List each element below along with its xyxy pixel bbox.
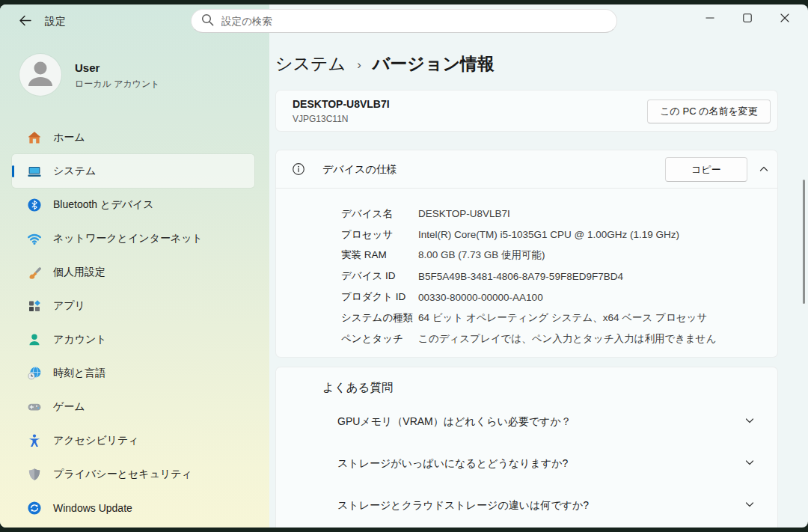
- device-specs-header[interactable]: デバイスの仕様 コピー: [276, 150, 777, 188]
- spec-row-ram: 実装 RAM 8.00 GB (7.73 GB 使用可能): [341, 245, 762, 266]
- sidebar-item-windows-update[interactable]: Windows Update: [12, 491, 254, 525]
- sidebar-item-accounts[interactable]: アカウント: [12, 322, 254, 356]
- spec-value: B5F5A49B-3481-4806-8A79-59F8ED9F7BD4: [418, 271, 623, 282]
- spec-label: プロダクト ID: [341, 290, 418, 304]
- apps-icon: [27, 299, 42, 314]
- chevron-up-icon[interactable]: [757, 162, 771, 176]
- spec-row-system-type: システムの種類 64 ビット オペレーティング システム、x64 ベース プロセ…: [341, 308, 762, 328]
- spec-value: DESKTOP-U8VLB7I: [418, 208, 510, 219]
- device-specs-title: デバイスの仕様: [322, 163, 397, 177]
- rename-pc-button[interactable]: この PC の名前を変更: [647, 100, 771, 123]
- sidebar-item-label: ゲーム: [53, 400, 85, 414]
- faq-question: ストレージがいっぱいになるとどうなりますか?: [337, 457, 744, 471]
- faq-question: ストレージとクラウドストレージの違いは何ですか?: [337, 499, 744, 513]
- sidebar-item-label: アカウント: [53, 333, 107, 346]
- sidebar-item-system[interactable]: システム: [12, 154, 254, 188]
- sidebar-item-home[interactable]: ホーム: [12, 120, 254, 154]
- spec-value: 64 ビット オペレーティング システム、x64 ベース プロセッサ: [418, 311, 707, 325]
- sidebar-item-bluetooth-devices[interactable]: Bluetooth とデバイス: [12, 188, 254, 221]
- wifi-icon: [27, 231, 42, 246]
- user-account-type: ローカル アカウント: [75, 78, 160, 91]
- sidebar-item-label: Bluetooth とデバイス: [53, 198, 154, 212]
- spec-value: このディスプレイでは、ペン入力とタッチ入力は利用できません: [418, 332, 716, 346]
- account-person-icon: [27, 332, 42, 347]
- spec-label: システムの種類: [341, 311, 418, 325]
- spec-label: デバイス名: [341, 207, 418, 221]
- faq-item-storage-full[interactable]: ストレージがいっぱいになるとどうなりますか?: [276, 443, 777, 485]
- device-name: DESKTOP-U8VLB7I: [293, 98, 390, 110]
- sidebar-item-gaming[interactable]: ゲーム: [12, 390, 254, 424]
- spec-row-device-id: デバイス ID B5F5A49B-3481-4806-8A79-59F8ED9F…: [341, 266, 762, 287]
- spec-value: 00330-80000-00000-AA100: [418, 292, 543, 303]
- sidebar-item-time-language[interactable]: 時刻と言語: [12, 356, 254, 390]
- user-name: User: [75, 61, 100, 74]
- app-title: 設定: [45, 15, 66, 28]
- sidebar: 設定 User ローカル アカウント ホーム システム: [0, 4, 269, 528]
- faq-item-gpu-vram[interactable]: GPUメモリ（VRAM）はどれくらい必要ですか？: [276, 401, 777, 443]
- sidebar-nav: ホーム システム Bluetooth とデバイス ネットワークとインターネット: [0, 120, 269, 525]
- faq-item-storage-vs-cloud[interactable]: ストレージとクラウドストレージの違いは何ですか?: [276, 485, 777, 527]
- time-language-icon: [27, 366, 42, 381]
- spec-value: Intel(R) Core(TM) i5-1035G1 CPU @ 1.00GH…: [418, 229, 679, 240]
- device-name-card: DESKTOP-U8VLB7I VJPG13C11N この PC の名前を変更: [275, 90, 778, 132]
- spec-row-pen-touch: ペンとタッチ このディスプレイでは、ペン入力とタッチ入力は利用できません: [341, 328, 762, 349]
- spec-label: 実装 RAM: [341, 248, 418, 262]
- shield-icon: [27, 467, 42, 482]
- chevron-down-icon: [744, 415, 758, 429]
- breadcrumb-chevron: ›: [357, 56, 361, 73]
- back-arrow-icon: [19, 15, 31, 29]
- chevron-down-icon: [744, 499, 758, 513]
- sidebar-item-label: ネットワークとインターネット: [53, 232, 203, 245]
- spec-value: 8.00 GB (7.73 GB 使用可能): [418, 248, 545, 262]
- breadcrumb: システム › バージョン情報: [275, 52, 495, 76]
- sidebar-item-label: Windows Update: [53, 502, 132, 514]
- settings-window: 設定 User ローカル アカウント ホーム システム: [0, 4, 808, 528]
- search-icon: [201, 13, 214, 29]
- bluetooth-icon: [27, 198, 42, 213]
- back-button[interactable]: [12, 10, 37, 33]
- scrollbar[interactable]: [803, 180, 805, 304]
- sidebar-item-network-internet[interactable]: ネットワークとインターネット: [12, 221, 254, 255]
- sidebar-item-label: 個人用設定: [53, 266, 105, 279]
- spec-label: プロセッサ: [341, 228, 418, 242]
- windows-update-icon: [27, 501, 42, 516]
- sidebar-item-label: システム: [53, 165, 96, 178]
- spec-row-product-id: プロダクト ID 00330-80000-00000-AA100: [341, 287, 762, 308]
- device-specs-list: デバイス名 DESKTOP-U8VLB7I プロセッサ Intel(R) Cor…: [341, 204, 762, 349]
- sidebar-item-label: 時刻と言語: [53, 367, 105, 380]
- spec-row-device-name: デバイス名 DESKTOP-U8VLB7I: [341, 204, 762, 224]
- page-title: バージョン情報: [373, 52, 495, 76]
- sidebar-item-label: ホーム: [53, 131, 85, 144]
- accessibility-person-icon: [27, 433, 42, 448]
- sidebar-item-label: アクセシビリティ: [53, 434, 139, 447]
- device-specs-card: デバイスの仕様 コピー デバイス名 DESKTOP-U8VLB7I プロセッサ …: [275, 150, 778, 358]
- sidebar-item-accessibility[interactable]: アクセシビリティ: [12, 424, 254, 457]
- paintbrush-icon: [27, 265, 42, 280]
- info-icon: [292, 162, 305, 176]
- faq-question: GPUメモリ（VRAM）はどれくらい必要ですか？: [337, 415, 744, 429]
- faq-card: よくある質問 GPUメモリ（VRAM）はどれくらい必要ですか？ ストレージがいっ…: [275, 367, 778, 528]
- spec-label: ペンとタッチ: [341, 332, 418, 346]
- copy-button[interactable]: コピー: [665, 157, 747, 182]
- device-model: VJPG13C11N: [293, 114, 348, 124]
- faq-title: よくある質問: [322, 380, 393, 396]
- sidebar-item-label: プライバシーとセキュリティ: [53, 468, 192, 481]
- spec-label: デバイス ID: [341, 269, 418, 283]
- chevron-down-icon: [744, 457, 758, 471]
- gamepad-icon: [27, 400, 42, 415]
- sidebar-item-apps[interactable]: アプリ: [12, 289, 254, 322]
- breadcrumb-system[interactable]: システム: [275, 52, 346, 76]
- divider: [276, 188, 777, 189]
- avatar[interactable]: [19, 54, 61, 96]
- sidebar-item-personalization[interactable]: 個人用設定: [12, 255, 254, 289]
- sidebar-item-privacy-security[interactable]: プライバシーとセキュリティ: [12, 457, 254, 491]
- sidebar-item-label: アプリ: [53, 299, 85, 313]
- person-icon: [19, 52, 61, 97]
- spec-row-processor: プロセッサ Intel(R) Core(TM) i5-1035G1 CPU @ …: [341, 224, 762, 245]
- system-icon: [27, 164, 42, 179]
- home-icon: [27, 130, 42, 145]
- main-content: システム › バージョン情報 DESKTOP-U8VLB7I VJPG13C11…: [269, 4, 808, 528]
